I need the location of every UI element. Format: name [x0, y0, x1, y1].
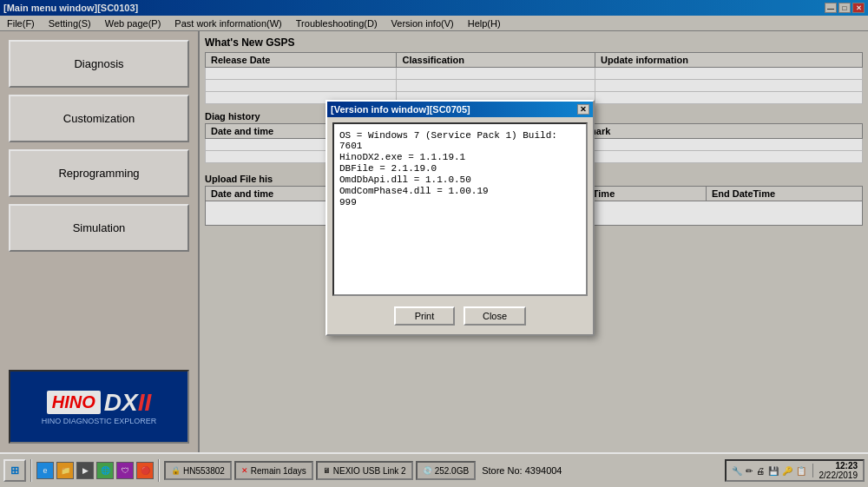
modal-textbox[interactable]: OS = Windows 7 (Service Pack 1) Build: 7…	[332, 122, 588, 296]
modal-close-x[interactable]: ✕	[577, 104, 589, 115]
modal-titlebar: [Version info window][SC0705] ✕	[327, 102, 593, 117]
modal-line-7: 999	[339, 197, 581, 207]
modal-line-1: OS = Windows 7 (Service Pack 1) Build: 7…	[339, 130, 581, 151]
version-info-modal: [Version info window][SC0705] ✕ OS = Win…	[326, 100, 595, 336]
modal-buttons: Print Close	[332, 303, 588, 329]
modal-overlay: [Version info window][SC0705] ✕ OS = Win…	[0, 0, 868, 487]
modal-line-3: DBFile = 2.1.19.0	[339, 163, 581, 174]
modal-line-2: HinoDX2.exe = 1.1.19.1	[339, 152, 581, 162]
modal-line-4: OmdDbApi.dll = 1.1.0.50	[339, 174, 581, 185]
print-button[interactable]: Print	[394, 306, 455, 326]
modal-close-button[interactable]: Close	[464, 306, 526, 326]
modal-content: OS = Windows 7 (Service Pack 1) Build: 7…	[327, 117, 593, 334]
modal-line-5: OmdComPhase4.dll = 1.00.19	[339, 186, 581, 196]
modal-title: [Version info window][SC0705]	[331, 104, 470, 115]
